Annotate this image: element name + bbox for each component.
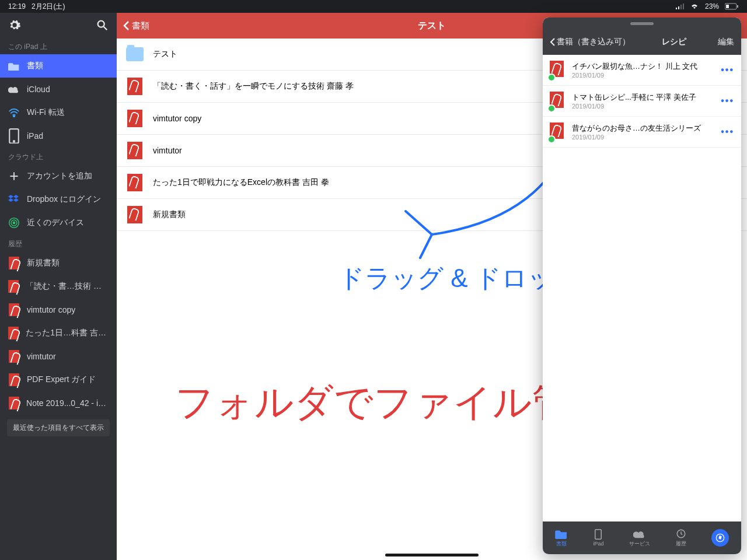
sidebar-item-label: iPad xyxy=(27,131,43,141)
check-badge-icon xyxy=(547,135,556,144)
folder-icon xyxy=(126,46,144,63)
status-date: 2月2日(土) xyxy=(32,2,65,12)
svg-rect-5 xyxy=(737,5,738,8)
file-name: 新規書類 xyxy=(153,209,186,220)
section-label-history: 履歴 xyxy=(0,235,117,251)
pdf-icon xyxy=(550,61,566,79)
file-name: 「読む・書く・話す」を一瞬でモノにする技術 齋藤 孝 xyxy=(153,81,354,92)
sidebar-item-label: 書類 xyxy=(27,61,43,71)
more-button[interactable]: ••• xyxy=(721,65,734,75)
wifi-icon xyxy=(690,4,699,9)
file-name: イチバン親切な魚…ナシ！ 川上 文代 xyxy=(572,61,715,72)
history-item[interactable]: たった1日…科書 吉田 拳 xyxy=(0,321,117,345)
sidebar-item-ipad[interactable]: iPad xyxy=(0,124,117,148)
more-button[interactable]: ••• xyxy=(721,127,734,137)
history-item[interactable]: 「読む・書…技術 齋藤 孝 xyxy=(0,275,117,298)
sidebar-item-label: アカウントを追加 xyxy=(27,171,92,181)
pdf-icon xyxy=(126,110,144,127)
svg-rect-3 xyxy=(683,4,684,9)
file-date: 2019/01/09 xyxy=(572,72,715,79)
tab-label: iPad xyxy=(593,541,603,547)
sidebar-item-icloud[interactable]: iCloud xyxy=(0,78,117,101)
slideover-back-button[interactable]: 書籍（書き込み可） xyxy=(550,37,630,47)
tab-documents[interactable]: 書類 xyxy=(555,528,568,548)
tab-ipad[interactable]: iPad xyxy=(592,529,605,547)
show-all-recent-button[interactable]: 最近使った項目をすべて表示 xyxy=(7,419,110,436)
file-date: 2019/01/09 xyxy=(572,103,715,110)
svg-rect-1 xyxy=(678,6,679,9)
tab-label: サービス xyxy=(629,540,650,548)
sidebar-item-dropbox[interactable]: Dropbox にログイン xyxy=(0,188,117,211)
status-time: 12:19 xyxy=(8,2,26,10)
history-item-label: Note 2019...0_42 - iPad xyxy=(26,398,109,408)
more-button[interactable]: ••• xyxy=(721,96,734,106)
history-item[interactable]: PDF Expert ガイド xyxy=(0,368,117,391)
cloud-icon xyxy=(8,83,20,95)
slideover-grabber[interactable] xyxy=(543,18,741,29)
pdf-icon xyxy=(550,92,566,110)
history-item-label: 「読む・書…技術 齋藤 孝 xyxy=(26,281,109,292)
pdf-icon xyxy=(8,351,20,362)
slideover-edit-button[interactable]: 編集 xyxy=(718,37,734,47)
home-indicator[interactable] xyxy=(385,554,479,556)
check-badge-icon xyxy=(547,74,556,82)
pdf-icon xyxy=(126,206,144,223)
svg-rect-19 xyxy=(595,530,602,540)
history-item-label: vimtutor copy xyxy=(27,305,75,314)
back-label: 書類 xyxy=(132,20,149,32)
battery-percent: 23% xyxy=(705,2,719,10)
history-item-label: vimtutor xyxy=(27,352,56,361)
pdf-icon xyxy=(126,78,144,95)
pdf-icon xyxy=(550,123,566,141)
slideover-file-row[interactable]: トマト缶レシピ...手軽に 平澤 美佐子2019/01/09••• xyxy=(543,86,741,117)
svg-rect-6 xyxy=(726,5,729,8)
pdf-icon xyxy=(8,281,19,292)
history-item-label: 新規書類 xyxy=(27,258,60,268)
slideover-header: 書籍（書き込み可） レシピ 編集 xyxy=(543,29,741,55)
slideover-title: レシピ xyxy=(662,37,686,47)
sidebar-item-label: Wi-Fi 転送 xyxy=(27,107,65,118)
tab-services[interactable]: サービス xyxy=(629,528,650,548)
file-name: たった1日で即戦力になるExcelの教科書 吉田 拳 xyxy=(153,177,329,188)
slideover-panel: 書籍（書き込み可） レシピ 編集 イチバン親切な魚…ナシ！ 川上 文代2019/… xyxy=(543,18,741,554)
tab-label: 履歴 xyxy=(676,540,686,548)
dropbox-icon xyxy=(8,194,20,205)
tab-label: 書類 xyxy=(556,540,567,548)
file-name: 昔ながらのお母さ…の友生活シリーズ xyxy=(572,123,715,134)
history-item-label: たった1日…科書 吉田 拳 xyxy=(26,328,109,338)
pdf-icon xyxy=(8,304,20,316)
slideover-file-row[interactable]: イチバン親切な魚…ナシ！ 川上 文代2019/01/09••• xyxy=(543,55,741,86)
discover-button[interactable] xyxy=(711,529,729,547)
history-item[interactable]: 新規書類 xyxy=(0,251,117,275)
file-name: テスト xyxy=(153,49,177,60)
slideover-file-row[interactable]: 昔ながらのお母さ…の友生活シリーズ2019/01/09••• xyxy=(543,117,741,148)
history-item[interactable]: vimtutor xyxy=(0,345,117,368)
battery-icon xyxy=(725,3,739,10)
sidebar-item-label: 近くのデバイス xyxy=(27,218,84,228)
svg-point-9 xyxy=(13,116,15,117)
history-item[interactable]: Note 2019...0_42 - iPad xyxy=(0,391,117,415)
sidebar-item-nearby[interactable]: 近くのデバイス xyxy=(0,211,117,235)
svg-point-16 xyxy=(13,222,15,223)
search-icon[interactable] xyxy=(96,19,109,32)
signal-icon xyxy=(676,4,684,9)
back-button[interactable]: 書類 xyxy=(123,20,149,32)
pdf-icon xyxy=(8,257,20,269)
pdf-icon xyxy=(126,142,144,159)
gear-icon[interactable] xyxy=(8,19,21,32)
pdf-icon xyxy=(8,397,19,409)
sidebar-item-add-account[interactable]: アカウントを追加 xyxy=(0,164,117,188)
history-item[interactable]: vimtutor copy xyxy=(0,298,117,321)
sidebar-item-wifi[interactable]: Wi-Fi 転送 xyxy=(0,101,117,124)
tab-history[interactable]: 履歴 xyxy=(675,528,687,548)
sidebar-item-label: iCloud xyxy=(27,85,50,94)
pdf-icon xyxy=(8,327,19,339)
slideover-back-label: 書籍（書き込み可） xyxy=(557,37,630,47)
ipad-icon xyxy=(8,130,20,142)
slideover-list: イチバン親切な魚…ナシ！ 川上 文代2019/01/09•••トマト缶レシピ..… xyxy=(543,55,741,522)
check-badge-icon xyxy=(547,104,556,113)
sidebar-item-documents[interactable]: 書類 xyxy=(0,54,117,78)
slideover-tabbar: 書類 iPad サービス 履歴 xyxy=(543,522,741,554)
svg-point-11 xyxy=(13,141,15,142)
wifi-icon xyxy=(8,107,20,118)
